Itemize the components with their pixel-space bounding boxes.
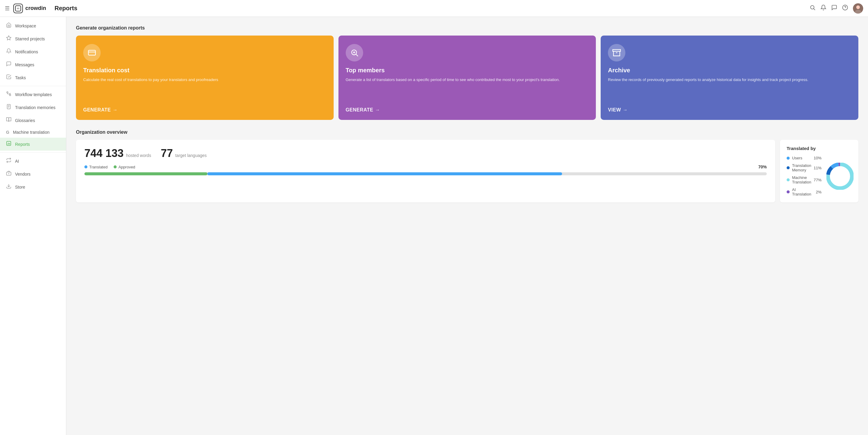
hosted-words-label: hosted words [126,153,151,158]
users-label: Users [792,156,802,160]
ai-dot [786,190,789,193]
workflow-icon [6,91,11,98]
target-languages-label: target languages [175,153,207,158]
sidebar: Workspace Starred projects Notifications… [0,17,66,435]
translated-dot [84,165,87,168]
sidebar-item-workflow[interactable]: Workflow templates [0,88,66,101]
sidebar-label-machine: Machine translation [13,130,50,135]
overview-heading: Organization overview [76,130,858,135]
approved-bar [84,172,207,175]
sidebar-item-workspace[interactable]: Workspace [0,19,66,32]
sidebar-item-tasks[interactable]: Tasks [0,71,66,84]
top-header: ☰ crowdin Reports [0,0,868,17]
svg-point-34 [832,169,847,184]
main-content: Generate organization reports Translatio… [66,17,868,435]
translated-by-content: Users 10% Translation Memory 11% Machine… [786,156,852,196]
sidebar-item-messages[interactable]: Messages [0,58,66,71]
glossaries-icon [6,117,11,124]
sidebar-label-vendors: Vendors [15,172,30,176]
bell-icon[interactable] [820,4,827,12]
top-members-action[interactable]: GENERATE → [346,107,589,113]
archive-title: Archive [608,67,851,74]
machine-pct: 77% [814,178,822,182]
users-pct: 10% [814,156,822,160]
reports-icon [6,141,11,147]
vendors-icon [6,170,11,177]
sidebar-divider-1 [0,86,66,86]
sidebar-label-glossaries: Glossaries [15,118,35,123]
overview-main: 744 133 hosted words 77 target languages… [76,140,775,202]
sidebar-label-notifications: Notifications [15,49,38,54]
sidebar-item-vendors[interactable]: Vendors [0,167,66,180]
hamburger-icon[interactable]: ☰ [5,5,10,12]
star-icon [6,35,11,42]
sidebar-label-store: Store [15,185,25,190]
sidebar-item-machine[interactable]: G Machine translation [0,127,66,138]
hosted-words-stat: 744 133 hosted words [84,147,151,160]
hosted-words-number: 744 133 [84,147,124,160]
sidebar-item-notifications[interactable]: Notifications [0,45,66,58]
body-row: Workspace Starred projects Notifications… [0,17,868,435]
memories-icon [6,104,11,111]
sidebar-label-starred: Starred projects [15,36,45,41]
avatar[interactable] [853,3,863,13]
translation-cost-desc: Calculate the real cost of translations … [83,77,327,102]
overview-row: 744 133 hosted words 77 target languages… [76,140,858,202]
sidebar-label-tasks: Tasks [15,75,26,80]
translation-cost-card[interactable]: Translation cost Calculate the real cost… [76,36,334,120]
chat-icon[interactable] [831,4,837,12]
svg-point-11 [9,94,11,96]
tb-users: Users 10% [786,156,822,160]
svg-point-10 [7,92,8,93]
tb-machine: Machine Translation 77% [786,175,822,185]
search-icon[interactable] [809,4,815,12]
sidebar-item-glossaries[interactable]: Glossaries [0,114,66,127]
top-members-desc: Generate a list of translators based on … [346,77,589,102]
memory-pct: 11% [814,166,822,170]
help-icon[interactable] [842,4,848,12]
sidebar-label-reports: Reports [15,142,30,147]
logo-icon [13,4,23,13]
progress-bar [84,172,767,175]
legend-approved: Approved [114,165,135,169]
sidebar-item-store[interactable]: Store [0,180,66,193]
machine-dot [786,178,789,181]
sidebar-item-starred[interactable]: Starred projects [0,32,66,45]
approved-dot [114,165,117,168]
top-members-card[interactable]: Top members Generate a list of translato… [338,36,596,120]
sidebar-item-ai[interactable]: AI [0,155,66,167]
translation-cost-action[interactable]: GENERATE → [83,107,327,113]
overview-stats: 744 133 hosted words 77 target languages [84,147,767,160]
translation-cost-icon [83,44,101,62]
approved-label: Approved [119,165,135,169]
sidebar-label-memories: Translation memories [15,105,56,110]
sidebar-item-memories[interactable]: Translation memories [0,101,66,114]
sidebar-item-reports[interactable]: Reports [0,138,66,150]
archive-card[interactable]: Archive Review the records of previously… [601,36,858,120]
svg-rect-22 [88,50,95,55]
sidebar-label-workspace: Workspace [15,24,36,28]
memory-dot [786,166,789,169]
svg-marker-9 [7,36,11,40]
tb-legend: Users 10% Translation Memory 11% Machine… [786,156,822,196]
tasks-icon [6,74,11,81]
svg-point-2 [810,5,814,9]
logo-text: crowdin [25,5,46,11]
sidebar-divider-2 [0,153,66,153]
top-members-title: Top members [346,67,589,74]
donut-chart [827,163,854,190]
translated-by-title: Translated by [786,146,852,151]
machine-translation-icon: G [6,130,9,135]
translated-by-card: Translated by Users 10% Translation Memo… [780,140,858,202]
archive-icon [608,44,625,62]
sidebar-label-messages: Messages [15,62,34,67]
svg-rect-28 [613,50,621,52]
archive-action[interactable]: VIEW → [608,107,851,113]
translated-bar [207,172,562,175]
svg-line-3 [814,9,815,10]
page-title: Reports [55,5,78,12]
top-members-icon [346,44,363,62]
machine-label: Machine Translation [792,175,811,185]
sidebar-label-ai: AI [15,159,19,164]
ai-label: AI Translation [792,188,813,196]
